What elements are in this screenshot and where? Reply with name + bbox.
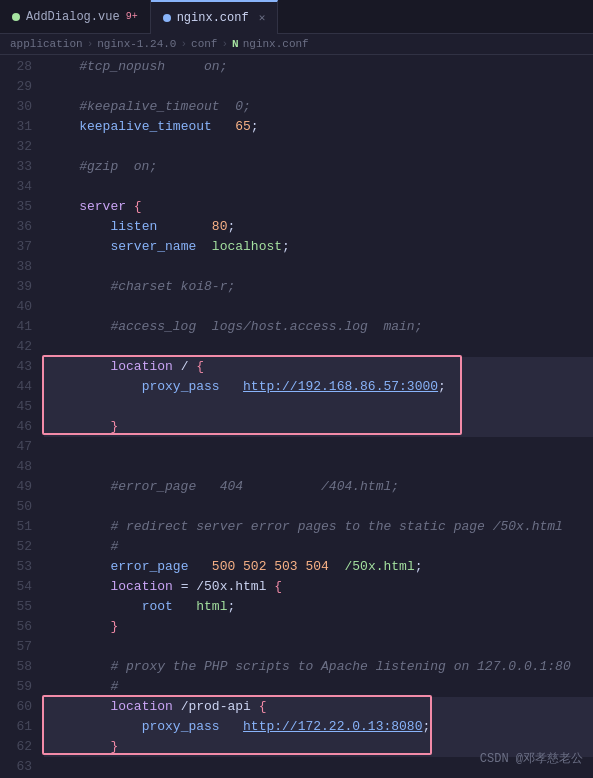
code-line-49: #error_page 404 /404.html; (44, 477, 593, 497)
code-line-41: #access_log logs/host.access.log main; (44, 317, 593, 337)
code-line-50 (44, 497, 593, 517)
tab-label-nginx: nginx.conf (177, 11, 249, 25)
code-line-30: #keepalive_timeout 0; (44, 97, 593, 117)
code-line-31: keepalive_timeout 65; (44, 117, 593, 137)
tab-nginx-conf[interactable]: nginx.conf ✕ (151, 0, 279, 34)
watermark: CSDN @邓孝慈老公 (480, 749, 583, 769)
tab-bar: AddDialog.vue 9+ nginx.conf ✕ (0, 0, 593, 34)
breadcrumb-sep-2: › (180, 38, 187, 50)
code-line-32 (44, 137, 593, 157)
code-line-60: location /prod-api { (44, 697, 593, 717)
code-line-42 (44, 337, 593, 357)
tab-dot-blue (163, 14, 171, 22)
code-line-34 (44, 177, 593, 197)
code-line-58: # proxy the PHP scripts to Apache listen… (44, 657, 593, 677)
code-line-35: server { (44, 197, 593, 217)
code-line-59: # (44, 677, 593, 697)
code-line-53: error_page 500 502 503 504 /50x.html; (44, 557, 593, 577)
code-line-48 (44, 457, 593, 477)
code-line-56: } (44, 617, 593, 637)
code-line-45 (44, 397, 593, 417)
breadcrumb-sep-1: › (87, 38, 94, 50)
code-line-46: } (44, 417, 593, 437)
tab-dot-green (12, 13, 20, 21)
code-line-29 (44, 77, 593, 97)
code-line-47 (44, 437, 593, 457)
code-line-54: location = /50x.html { (44, 577, 593, 597)
code-line-39: #charset koi8-r; (44, 277, 593, 297)
code-line-38 (44, 257, 593, 277)
tab-count: 9+ (126, 11, 138, 22)
breadcrumb-item-2: nginx-1.24.0 (97, 38, 176, 50)
code-line-44: proxy_pass http://192.168.86.57:3000; (44, 377, 593, 397)
breadcrumb-sep-3: › (221, 38, 228, 50)
code-line-52: # (44, 537, 593, 557)
code-lines: #tcp_nopush on; #keepalive_timeout 0; ke… (40, 55, 593, 777)
code-editor: 28 29 30 31 32 33 34 35 36 37 38 39 40 4… (0, 55, 593, 777)
code-line-33: #gzip on; (44, 157, 593, 177)
code-line-28: #tcp_nopush on; (44, 57, 593, 77)
breadcrumb-item-3: conf (191, 38, 217, 50)
code-line-57 (44, 637, 593, 657)
code-line-37: server_name localhost; (44, 237, 593, 257)
breadcrumb-item-1: application (10, 38, 83, 50)
code-line-55: root html; (44, 597, 593, 617)
code-line-51: # redirect server error pages to the sta… (44, 517, 593, 537)
breadcrumb: application › nginx-1.24.0 › conf › N ng… (0, 34, 593, 55)
tab-add-dialog[interactable]: AddDialog.vue 9+ (0, 0, 151, 34)
code-line-61: proxy_pass http://172.22.0.13:8080; (44, 717, 593, 737)
breadcrumb-item-4: nginx.conf (243, 38, 309, 50)
code-line-40 (44, 297, 593, 317)
tab-label-add-dialog: AddDialog.vue (26, 10, 120, 24)
code-line-43: location / { (44, 357, 593, 377)
nginx-file-icon: N (232, 38, 239, 50)
line-numbers: 28 29 30 31 32 33 34 35 36 37 38 39 40 4… (0, 55, 40, 777)
code-line-36: listen 80; (44, 217, 593, 237)
tab-close-icon[interactable]: ✕ (259, 11, 266, 24)
